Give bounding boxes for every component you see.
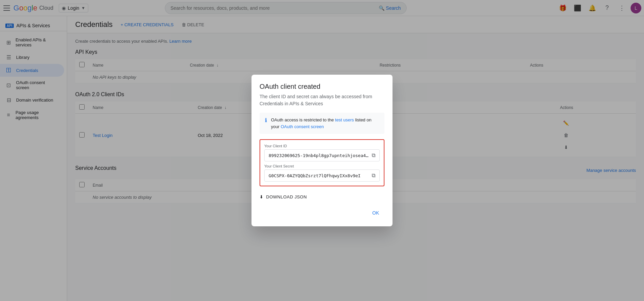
modal-actions: OK bbox=[260, 208, 384, 218]
modal-info-box: ℹ OAuth access is restricted to the test… bbox=[260, 113, 384, 134]
info-icon: ℹ bbox=[265, 117, 267, 123]
client-id-value: 899232069625-19nb4pl8gp7upnteihjosea4r7p… bbox=[269, 153, 369, 158]
download-label: DOWNLOAD JSON bbox=[266, 194, 307, 199]
oauth-consent-screen-link[interactable]: OAuth consent screen bbox=[281, 124, 324, 129]
client-id-field: 899232069625-19nb4pl8gp7upnteihjosea4r7p… bbox=[264, 149, 380, 161]
client-secret-value: G0CSPX-0AZYQQbZsrzt7lQFhqwyIXx8v9eI bbox=[269, 173, 369, 178]
test-users-link[interactable]: test users bbox=[335, 117, 354, 122]
modal-overlay: OAuth client created The client ID and s… bbox=[0, 0, 644, 301]
copy-client-id-modal-button[interactable]: ⧉ bbox=[369, 152, 375, 158]
client-secret-label: Your Client Secret bbox=[264, 164, 380, 168]
client-secret-field: G0CSPX-0AZYQQbZsrzt7lQFhqwyIXx8v9eI ⧉ bbox=[264, 170, 380, 182]
client-id-field-group: Your Client ID 899232069625-19nb4pl8gp7u… bbox=[264, 144, 380, 161]
oauth-created-modal: OAuth client created The client ID and s… bbox=[251, 75, 393, 226]
client-secret-field-group: Your Client Secret G0CSPX-0AZYQQbZsrzt7l… bbox=[264, 164, 380, 182]
download-json-button[interactable]: ⬇ DOWNLOAD JSON bbox=[260, 192, 307, 202]
modal-title: OAuth client created bbox=[260, 83, 384, 90]
download-icon: ⬇ bbox=[260, 194, 264, 199]
modal-info-text: OAuth access is restricted to the test u… bbox=[271, 117, 379, 130]
client-id-label: Your Client ID bbox=[264, 144, 380, 148]
modal-description: The client ID and secret can always be a… bbox=[260, 93, 384, 107]
copy-client-secret-button[interactable]: ⧉ bbox=[369, 173, 375, 179]
ok-button[interactable]: OK bbox=[367, 208, 384, 218]
credentials-fields-box: Your Client ID 899232069625-19nb4pl8gp7u… bbox=[260, 139, 384, 186]
